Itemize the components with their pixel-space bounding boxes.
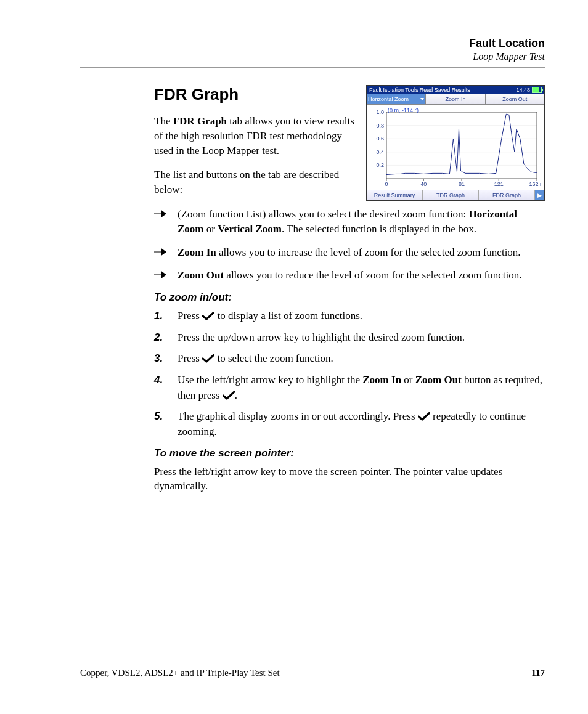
zoom-out-button[interactable]: Zoom Out xyxy=(486,94,544,104)
battery-icon xyxy=(532,87,542,93)
device-time: 14:48 xyxy=(516,87,530,93)
svg-text:121: 121 xyxy=(494,181,504,187)
tab-result-summary[interactable]: Result Summary xyxy=(367,190,423,200)
footer-page-number: 117 xyxy=(531,668,545,678)
step-2: 2. Press the up/down arrow key to highli… xyxy=(154,330,545,346)
arrow-bullet-icon xyxy=(154,210,166,217)
zoom-in-button[interactable]: Zoom In xyxy=(426,94,485,104)
svg-text:0: 0 xyxy=(385,181,388,187)
fdr-chart: (0 m, -114 °) 0.20.40.60.81.004081121162… xyxy=(367,105,544,190)
step-5: 5. The graphical display zooms in or out… xyxy=(154,409,545,439)
procedure-pointer-heading: To move the screen pointer: xyxy=(154,447,545,460)
arrow-bullet-icon xyxy=(154,248,166,256)
header-divider xyxy=(80,67,545,68)
tab-fdr-graph[interactable]: FDR Graph xyxy=(479,190,535,200)
step-4: 4. Use the left/right arrow key to highl… xyxy=(154,373,545,403)
svg-text:0.2: 0.2 xyxy=(376,162,384,168)
footer-left: Copper, VDSL2, ADSL2+ and IP Triple-Play… xyxy=(80,668,280,678)
zoom-function-select[interactable]: Horizontal Zoom xyxy=(367,94,426,104)
bullet-zoom-list: (Zoom function List) allows you to selec… xyxy=(154,207,545,237)
arrow-bullet-icon xyxy=(154,271,166,278)
pointer-value-label: (0 m, -114 °) xyxy=(388,107,419,113)
procedure-zoom-heading: To zoom in/out: xyxy=(154,291,545,304)
svg-text:81: 81 xyxy=(459,181,465,187)
tabs-scroll-right[interactable]: ▶ xyxy=(535,190,544,200)
bullet-zoom-in: Zoom In allows you to increase the level… xyxy=(154,245,545,260)
tab-tdr-graph[interactable]: TDR Graph xyxy=(423,190,479,200)
svg-text:162 m: 162 m xyxy=(529,181,541,187)
check-icon xyxy=(202,354,214,363)
step-3: 3. Press to select the zoom function. xyxy=(154,351,545,367)
step-1: 1. Press to display a list of zoom funct… xyxy=(154,309,545,324)
page-header-subtitle: Loop Mapper Test xyxy=(80,51,545,62)
device-screenshot: Fault Isolation Tools|Read Saved Results… xyxy=(366,85,545,201)
device-title: Fault Isolation Tools|Read Saved Results xyxy=(369,87,470,93)
check-icon xyxy=(202,312,214,320)
svg-text:0.6: 0.6 xyxy=(376,136,384,142)
procedure-pointer-text: Press the left/right arrow key to move t… xyxy=(154,465,545,494)
page-header-title: Fault Location xyxy=(80,37,545,50)
zoom-function-label: Horizontal Zoom xyxy=(368,96,409,102)
chevron-down-icon xyxy=(420,98,424,100)
svg-text:0.4: 0.4 xyxy=(376,149,384,155)
svg-text:0.8: 0.8 xyxy=(376,123,384,129)
bullet-zoom-out: Zoom Out allows you to reduce the level … xyxy=(154,268,545,283)
check-icon xyxy=(223,391,235,400)
svg-rect-10 xyxy=(386,112,537,179)
svg-text:1.0: 1.0 xyxy=(376,109,384,115)
check-icon xyxy=(418,412,430,421)
svg-text:40: 40 xyxy=(420,181,427,187)
